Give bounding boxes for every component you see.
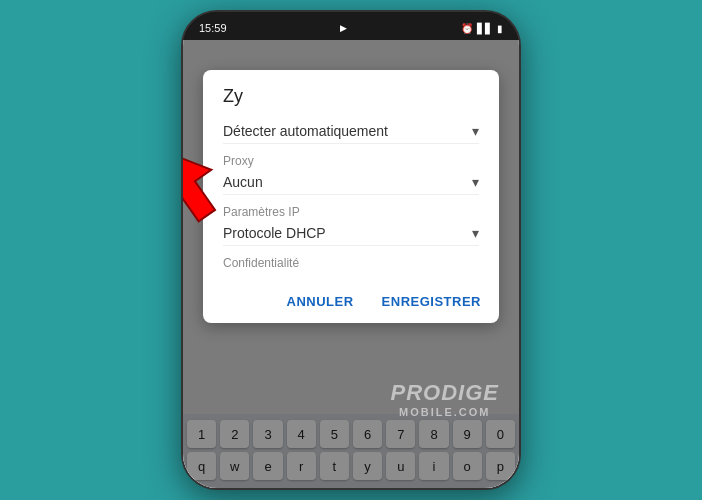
save-button[interactable]: ENREGISTRER (376, 290, 487, 313)
watermark: PRODIGE MOBILE.COM (391, 380, 499, 418)
signal-icon: ▋▋ (477, 23, 493, 34)
status-icons: ⏰ ▋▋ ▮ (461, 23, 503, 34)
watermark-line2: MOBILE.COM (391, 406, 499, 418)
ip-section: Paramètres IP Protocole DHCP ▾ (223, 205, 479, 246)
proxy-arrow: ▾ (472, 174, 479, 190)
dialog-content: Zy Détecter automatiquement ▾ Proxy Aucu… (203, 70, 499, 270)
play-icon: ▶ (340, 23, 347, 33)
watermark-line1: PRODIGE (391, 380, 499, 406)
dialog-actions: ANNULER ENREGISTRER (203, 280, 499, 323)
confidentiality-label: Confidentialité (223, 256, 479, 270)
proxy-row[interactable]: Aucun ▾ (223, 170, 479, 195)
proxy-label: Proxy (223, 154, 479, 168)
phone-frame: 15:59 ▶ ⏰ ▋▋ ▮ Zy Détecter automatiq (181, 10, 521, 490)
phone-screen: Zy Détecter automatiquement ▾ Proxy Aucu… (183, 40, 519, 488)
auto-detect-row[interactable]: Détecter automatiquement ▾ (223, 119, 479, 144)
auto-detect-arrow: ▾ (472, 123, 479, 139)
phone-top-bar: 15:59 ▶ ⏰ ▋▋ ▮ (183, 12, 519, 40)
ip-protocol-row[interactable]: Protocole DHCP ▾ (223, 221, 479, 246)
proxy-section: Proxy Aucun ▾ (223, 154, 479, 195)
ip-protocol-value: Protocole DHCP (223, 225, 326, 241)
dialog-title: Zy (223, 86, 479, 107)
ip-protocol-arrow: ▾ (472, 225, 479, 241)
top-time: 15:59 (199, 22, 227, 34)
auto-detect-section: Détecter automatiquement ▾ (223, 119, 479, 144)
alarm-icon: ⏰ (461, 23, 473, 34)
cancel-button[interactable]: ANNULER (281, 290, 360, 313)
wifi-dialog: Zy Détecter automatiquement ▾ Proxy Aucu… (203, 70, 499, 323)
auto-detect-value: Détecter automatiquement (223, 123, 388, 139)
confidentiality-section: Confidentialité (223, 256, 479, 270)
proxy-value: Aucun (223, 174, 263, 190)
battery-icon: ▮ (497, 23, 503, 34)
background-screen: Zy Détecter automatiquement ▾ Proxy Aucu… (183, 40, 519, 488)
ip-label: Paramètres IP (223, 205, 479, 219)
